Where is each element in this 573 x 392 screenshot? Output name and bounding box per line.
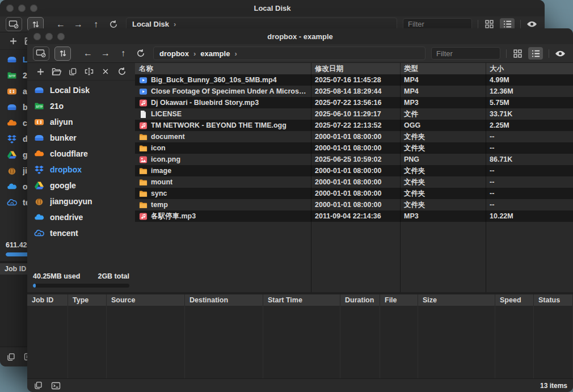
task-column-header[interactable]: Size [418, 294, 495, 306]
file-modified: 2025-08-14 18:29:44 [311, 87, 400, 95]
maximize-window-button[interactable] [30, 5, 37, 12]
sidebar-item-tencent[interactable]: tencent [27, 225, 135, 241]
file-row[interactable]: Close Footage Of Specimen Under A Micros… [135, 86, 573, 97]
breadcrumb-item[interactable]: Local Disk [132, 20, 169, 28]
back-icon[interactable]: ← [55, 20, 66, 29]
file-row[interactable]: 各駅停車.mp32011-09-04 22:14:36MP310.22M [135, 210, 573, 222]
up-icon[interactable]: ↑ [117, 49, 129, 58]
file-row[interactable]: Dj Okawari - Bluebird Story.mp32025-07-2… [135, 97, 573, 108]
task-column-header[interactable]: Speed [495, 294, 534, 306]
forward-icon[interactable]: → [73, 20, 84, 29]
desktop: Local Disk ← → ↑ Local Disk› [0, 0, 573, 392]
pages-icon[interactable] [6, 352, 16, 361]
window-title: dropbox - example [27, 32, 573, 41]
foreground-window-dropbox-example: dropbox - example ← → ↑ dropbox›example› [27, 28, 573, 392]
file-modified: 2025-06-25 10:59:02 [311, 155, 400, 163]
file-row[interactable]: LICENSE2025-06-10 11:29:17文件33.71K [135, 108, 573, 120]
task-column-header[interactable]: Source [107, 294, 185, 306]
devices-icon[interactable] [6, 17, 22, 31]
remove-icon[interactable] [100, 66, 111, 77]
file-column-header[interactable]: 名称 [135, 64, 311, 74]
task-column-header[interactable]: Start Time [263, 294, 340, 306]
file-row[interactable]: document2000-01-01 08:00:00文件夹-- [135, 131, 573, 142]
file-row[interactable]: icon2000-01-01 08:00:00文件夹-- [135, 142, 573, 154]
maximize-window-button[interactable] [57, 33, 65, 40]
file-row[interactable]: temp2000-01-01 08:00:00文件夹-- [135, 199, 573, 210]
back-icon[interactable]: ← [82, 49, 94, 58]
image-file-icon [139, 155, 148, 164]
sidebar-item-google[interactable]: google [27, 178, 135, 193]
cloud-orange-icon [34, 149, 44, 159]
grid-view-icon[interactable] [510, 47, 525, 60]
close-window-button[interactable] [6, 5, 14, 12]
pages-icon[interactable] [33, 381, 43, 390]
forward-icon[interactable]: → [100, 49, 111, 58]
refresh-icon[interactable] [116, 66, 128, 77]
refresh-icon[interactable] [108, 20, 119, 29]
disk-icon [34, 85, 44, 95]
task-column-header[interactable]: Type [68, 294, 107, 306]
sidebar-item-local-disk[interactable]: Local Disk [27, 82, 135, 98]
file-row[interactable]: image2000-01-01 08:00:00文件夹-- [135, 165, 573, 176]
minimize-window-button[interactable] [45, 33, 53, 40]
file-row[interactable]: mount2000-01-01 08:00:00文件夹-- [135, 176, 573, 188]
file-type: OGG [400, 121, 486, 129]
gdrive-icon [34, 180, 44, 191]
sidebar-item-label: Local Disk [50, 86, 90, 95]
sidebar-item-label: 21o [50, 102, 64, 111]
titlebar: Local Disk [0, 0, 545, 16]
file-name: Big_Buck_Bunny_360_10s_5MB.mp4 [151, 76, 277, 84]
folder-icon [139, 167, 148, 175]
sidebar-item-bunker[interactable]: bunker [27, 130, 135, 146]
add-mount-icon[interactable] [7, 35, 19, 47]
copy-icon[interactable] [68, 66, 79, 77]
breadcrumb-item[interactable]: dropbox [159, 49, 189, 58]
sftp-folder-icon: SFTP [7, 70, 17, 81]
file-modified: 2000-01-01 08:00:00 [311, 133, 400, 141]
up-icon[interactable]: ↑ [90, 20, 102, 29]
file-name: TM NETWORK - BEYOND THE TIME.ogg [151, 121, 286, 129]
add-mount-icon[interactable] [35, 66, 46, 77]
sidebar: Local DiskSFTP21oaliyunbunkercloudflared… [27, 63, 135, 292]
cloud-tencent-icon [34, 228, 44, 238]
file-row[interactable]: TM NETWORK - BEYOND THE TIME.ogg2025-07-… [135, 120, 573, 131]
file-type: MP4 [400, 87, 486, 95]
storage-usage: 40.25MB used 2GB total [27, 272, 135, 292]
sidebar-item-21o[interactable]: SFTP21o [27, 98, 135, 114]
open-folder-icon[interactable] [51, 66, 62, 77]
sidebar-item-onedrive[interactable]: onedrive [27, 209, 135, 225]
file-size: 2.25M [486, 121, 573, 129]
task-column-header[interactable]: Status [534, 294, 573, 306]
file-column-header[interactable]: 大小 [486, 64, 573, 74]
file-size: -- [486, 189, 573, 197]
task-column-header[interactable]: Job ID [27, 294, 68, 306]
sidebar-item-aliyun[interactable]: aliyun [27, 114, 135, 130]
minimize-window-button[interactable] [18, 5, 26, 12]
sidebar-item-dropbox[interactable]: dropbox [27, 162, 135, 178]
filter-input[interactable] [431, 47, 500, 60]
file-column-header[interactable]: 修改日期 [311, 64, 400, 74]
close-window-button[interactable] [33, 33, 41, 40]
toolbar-divider [478, 20, 478, 28]
eye-icon[interactable] [553, 47, 567, 60]
file-row[interactable]: Big_Buck_Bunny_360_10s_5MB.mp42025-07-16… [135, 74, 573, 86]
list-view-icon[interactable] [528, 47, 543, 60]
disk-icon [7, 54, 17, 65]
sort-icon[interactable] [54, 47, 71, 61]
refresh-icon[interactable] [135, 49, 146, 58]
task-column-header[interactable]: File [380, 294, 418, 306]
file-row[interactable]: sync2000-01-01 08:00:00文件夹-- [135, 188, 573, 199]
file-row[interactable]: icon.png2025-06-25 10:59:02PNG86.71K [135, 154, 573, 165]
task-column-header[interactable]: Destination [185, 294, 263, 306]
task-column-header[interactable]: Duration [340, 294, 380, 306]
sidebar-item-cloudflare[interactable]: cloudflare [27, 146, 135, 162]
terminal-icon[interactable] [50, 381, 61, 390]
sidebar-item-jianguoyun[interactable]: jianguoyun [27, 193, 135, 209]
task-cell-empty [418, 306, 495, 378]
file-column-header[interactable]: 类型 [400, 64, 486, 74]
file-modified: 2000-01-01 08:00:00 [311, 178, 400, 186]
rename-icon[interactable] [83, 66, 95, 77]
devices-icon[interactable] [33, 47, 49, 61]
breadcrumb-item[interactable]: example [200, 49, 230, 58]
titlebar: dropbox - example [27, 28, 573, 44]
